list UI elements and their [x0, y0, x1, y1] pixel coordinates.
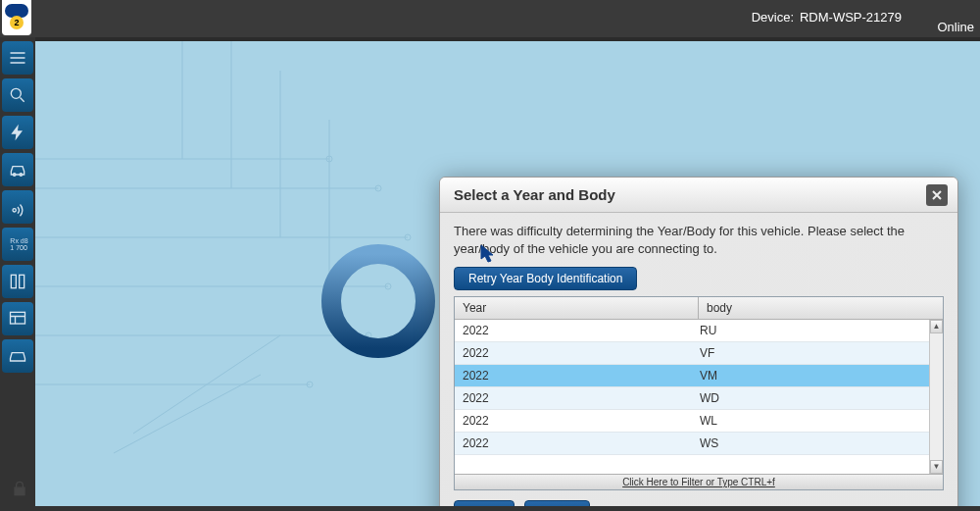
svg-rect-7 [15, 487, 24, 495]
table-header: Year body [455, 297, 943, 320]
device-id: RDM-WSP-21279 [800, 10, 902, 25]
sidebar-layout[interactable] [2, 265, 33, 298]
cancel-button[interactable]: Cancel [524, 500, 590, 506]
sidebar-rx[interactable]: Rx d81 700 [2, 228, 33, 261]
cell-body: VM [692, 365, 929, 386]
year-body-table: Year body 2022RU2022VF2022VM2022WD2022WL… [454, 296, 944, 490]
cell-year: 2022 [455, 410, 692, 432]
dialog-titlebar: Select a Year and Body [440, 178, 957, 213]
app-logo[interactable]: 2 [2, 0, 31, 35]
top-bar: 2 Device: RDM-WSP-21279 Online [0, 0, 980, 37]
menu-icon [8, 48, 27, 68]
table-scrollbar[interactable]: ▲ ▼ [929, 320, 943, 474]
svg-rect-4 [11, 275, 16, 287]
cell-year: 2022 [455, 387, 692, 409]
col-body[interactable]: body [699, 297, 943, 319]
search-icon [8, 85, 27, 105]
cell-year: 2022 [455, 365, 692, 386]
scroll-up-icon[interactable]: ▲ [930, 320, 943, 333]
cell-body: VF [692, 342, 929, 364]
dialog-message: There was difficulty determining the Yea… [454, 223, 944, 257]
cell-body: RU [692, 320, 929, 341]
dashboard-icon [8, 309, 27, 329]
connection-status: Online [937, 20, 974, 34]
cell-year: 2022 [455, 433, 692, 454]
sidebar-lock[interactable] [4, 472, 35, 505]
sidebar-search[interactable] [2, 78, 33, 112]
table-row[interactable]: 2022WS [455, 433, 929, 455]
bolt-icon [8, 123, 27, 142]
device-label: Device: [752, 10, 794, 25]
car-outline-icon [8, 346, 27, 366]
table-row[interactable]: 2022VF [455, 342, 929, 365]
ok-button[interactable]: OK [454, 500, 514, 506]
sidebar-radar[interactable] [2, 190, 33, 224]
cell-body: WL [692, 410, 929, 432]
notification-badge: 2 [10, 16, 24, 29]
cell-year: 2022 [455, 342, 692, 364]
table-row[interactable]: 2022WD [455, 387, 929, 410]
svg-point-0 [11, 88, 21, 98]
cell-body: WS [692, 433, 929, 454]
close-icon [931, 189, 943, 201]
sidebar-dashboard[interactable] [2, 302, 33, 335]
svg-rect-5 [20, 275, 24, 287]
background-logo [319, 242, 437, 360]
svg-point-14 [331, 254, 425, 348]
table-row[interactable]: 2022RU [455, 320, 929, 342]
scroll-down-icon[interactable]: ▼ [930, 460, 943, 474]
lock-icon [10, 479, 29, 498]
content-area: Select a Year and Body There was difficu… [35, 37, 980, 506]
radar-icon [8, 197, 27, 217]
sidebar: Rx d81 700 [0, 37, 35, 511]
col-year[interactable]: Year [455, 297, 699, 319]
cell-body: WD [692, 387, 929, 409]
table-row[interactable]: 2022WL [455, 410, 929, 433]
car-icon [8, 160, 27, 179]
svg-rect-6 [11, 312, 25, 324]
sidebar-flash[interactable] [2, 116, 33, 149]
sidebar-menu[interactable] [2, 41, 33, 75]
dialog-title: Select a Year and Body [454, 186, 615, 203]
sidebar-car2[interactable] [2, 339, 33, 373]
filter-hint[interactable]: Click Here to Filter or Type CTRL+f [455, 474, 943, 489]
sidebar-vehicle[interactable] [2, 153, 33, 186]
retry-button[interactable]: Retry Year Body Identification [454, 267, 637, 290]
layout-icon [8, 272, 27, 291]
close-button[interactable] [926, 184, 948, 206]
cell-year: 2022 [455, 320, 692, 341]
svg-point-3 [13, 209, 16, 212]
year-body-dialog: Select a Year and Body There was difficu… [439, 177, 958, 506]
table-row[interactable]: 2022VM [455, 365, 929, 387]
